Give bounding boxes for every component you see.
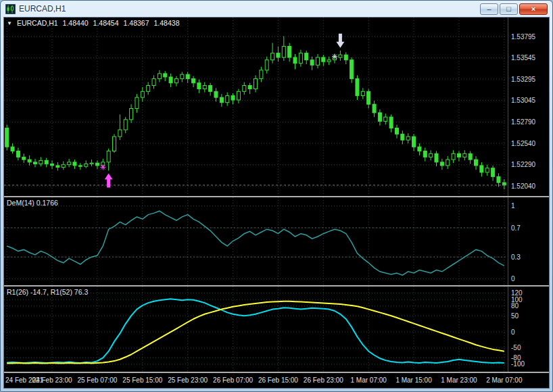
svg-text:1.53795: 1.53795 (511, 33, 536, 41)
restore-button[interactable]: □ (500, 3, 518, 15)
svg-text:1.53545: 1.53545 (511, 54, 536, 62)
svg-text:80: 80 (511, 302, 519, 310)
close-button[interactable]: × (519, 3, 548, 15)
oscillator-label: R1(26) -14.7, R1(52) 76.3 (7, 288, 88, 296)
svg-text:0: 0 (511, 328, 515, 336)
symbol-dropdown-icon[interactable]: ▼ (7, 20, 12, 26)
svg-text:1.52540: 1.52540 (511, 140, 536, 147)
close-icon: × (531, 5, 535, 13)
restore-icon: □ (506, 5, 511, 13)
svg-text:0: 0 (511, 275, 515, 283)
svg-text:0.3: 0.3 (511, 253, 521, 261)
price-chart-panel: 1.537951.535451.532951.530451.527901.525… (4, 18, 549, 196)
minimize-button[interactable]: – (480, 3, 498, 15)
svg-text:1: 1 (511, 202, 515, 210)
low-value: 1.48367 (124, 19, 149, 27)
demarker-panel: 10.70.30 DeM(14) 0.1766 (4, 197, 549, 285)
close-value: 1.48438 (154, 19, 180, 27)
ohlc-readout: ▼ EURCAD,H1 1.48440 1.48454 1.48367 1.48… (7, 19, 179, 27)
high-value: 1.48454 (93, 19, 119, 27)
oscillator-panel: 12010080500-50-80-100 R1(26) -14.7, R1(5… (4, 287, 549, 372)
svg-text:26 Feb 23:00: 26 Feb 23:00 (304, 376, 343, 384)
svg-text:24 Feb 23:00: 24 Feb 23:00 (32, 376, 72, 384)
svg-text:1.53295: 1.53295 (511, 76, 536, 83)
svg-text:0.7: 0.7 (511, 224, 521, 232)
svg-text:1 Mar 15:00: 1 Mar 15:00 (395, 376, 432, 384)
open-value: 1.48440 (63, 19, 89, 27)
oscillator-canvas[interactable]: 12010080500-50-80-100 (4, 287, 549, 372)
svg-text:26 Feb 07:00: 26 Feb 07:00 (213, 376, 253, 384)
chart-window-icon (5, 4, 16, 14)
svg-text:1 Mar 07:00: 1 Mar 07:00 (351, 376, 387, 384)
demarker-canvas[interactable]: 10.70.30 (4, 197, 549, 285)
chart-area: 1.537951.535451.532951.530451.527901.525… (3, 17, 550, 389)
demarker-label: DeM(14) 0.1766 (7, 199, 58, 207)
svg-text:50: 50 (511, 312, 519, 320)
svg-text:-50: -50 (511, 344, 521, 351)
time-axis-canvas: 24 Feb 202124 Feb 23:0025 Feb 07:0025 Fe… (4, 373, 549, 388)
svg-text:2 Mar 07:00: 2 Mar 07:00 (486, 376, 523, 384)
symbol-label: EURCAD,H1 (17, 19, 58, 27)
svg-text:1.53045: 1.53045 (511, 97, 536, 104)
svg-text:-100: -100 (511, 360, 525, 368)
title-bar[interactable]: EURCAD,H1 – □ × (3, 1, 550, 17)
svg-text:1.52040: 1.52040 (511, 182, 536, 190)
window-title: EURCAD,H1 (19, 4, 66, 14)
minimize-icon: – (487, 5, 491, 13)
svg-text:26 Feb 15:00: 26 Feb 15:00 (258, 376, 298, 384)
price-chart-canvas[interactable]: 1.537951.535451.532951.530451.527901.525… (4, 18, 549, 196)
svg-text:1 Mar 23:00: 1 Mar 23:00 (441, 376, 477, 384)
svg-text:1.52790: 1.52790 (511, 118, 536, 126)
time-axis[interactable]: 24 Feb 202124 Feb 23:0025 Feb 07:0025 Fe… (4, 373, 549, 388)
svg-text:25 Feb 07:00: 25 Feb 07:00 (77, 376, 117, 384)
svg-text:25 Feb 15:00: 25 Feb 15:00 (122, 376, 162, 384)
svg-text:25 Feb 23:00: 25 Feb 23:00 (168, 376, 208, 384)
terminal-window: EURCAD,H1 – □ × 1.537951.535451.532951.5… (0, 0, 553, 392)
svg-text:1.52290: 1.52290 (511, 161, 536, 168)
